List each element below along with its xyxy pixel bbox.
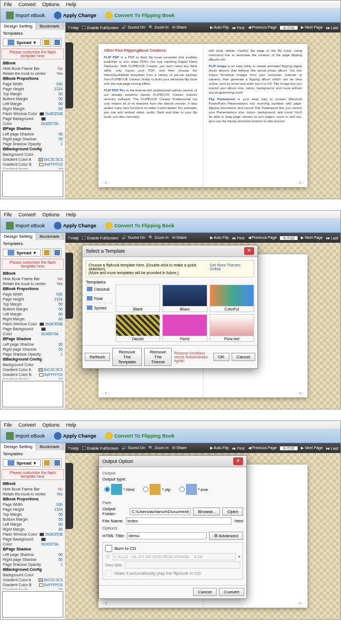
zoom-button[interactable]: 🔍 Zoom In bbox=[148, 25, 169, 30]
thumb-blank[interactable]: Blank bbox=[116, 285, 160, 312]
help-button[interactable]: ? Help bbox=[68, 26, 79, 30]
spread-template-button[interactable]: Spread▾ bbox=[3, 459, 41, 467]
html-title-input[interactable] bbox=[127, 532, 207, 539]
prop-row[interactable]: Page Height1324 bbox=[2, 297, 64, 302]
tab-design-setting[interactable]: Design Setting bbox=[1, 23, 36, 30]
prop-row[interactable]: Page Background Color0x30373A bbox=[2, 326, 64, 336]
prop-row[interactable]: Flash Window Color0x2E3538 bbox=[2, 321, 64, 326]
prop-group[interactable]: ⊟Page Shadow bbox=[2, 336, 64, 342]
file-name-input[interactable] bbox=[126, 517, 232, 525]
thumb-blues[interactable]: Blues bbox=[162, 285, 207, 312]
apply-change-button[interactable]: Apply Change bbox=[52, 221, 99, 231]
apply-change-button[interactable]: Apply Change bbox=[52, 431, 99, 441]
tab-design-setting[interactable]: Design Setting bbox=[1, 443, 36, 450]
prop-row[interactable]: Flash Window Color0x2E3538 bbox=[2, 532, 64, 537]
menu-convert[interactable]: Convert bbox=[19, 212, 36, 217]
first-page-button[interactable]: ⏮ First bbox=[232, 446, 245, 450]
spread-template-button[interactable]: Spread▾ bbox=[3, 249, 41, 256]
prev-page-button[interactable]: ◀ Previous Page bbox=[248, 236, 277, 240]
prop-row[interactable]: Background Color bbox=[2, 152, 64, 157]
prop-row[interactable]: Bottom Margin50 bbox=[2, 517, 64, 522]
prop-group[interactable]: ⊟Page Shadow bbox=[2, 547, 64, 552]
menu-options[interactable]: Options bbox=[42, 212, 59, 217]
next-page-button[interactable]: ▶ Next Page bbox=[301, 25, 323, 30]
prop-row[interactable]: Left page Shadow90 bbox=[2, 552, 64, 557]
burn-to-cd-checkbox[interactable]: Burn to CD bbox=[105, 545, 240, 552]
output-type-exe[interactable]: *.exe bbox=[179, 484, 208, 495]
prop-row[interactable]: Page Width936 bbox=[2, 502, 64, 507]
prop-row[interactable]: Retain the book to centerYes bbox=[2, 492, 64, 496]
prop-group[interactable]: ⊟Background Config bbox=[2, 357, 64, 362]
open-button[interactable]: Open bbox=[222, 507, 243, 516]
next-page-button[interactable]: ▶ Next Page bbox=[301, 236, 323, 240]
prop-group[interactable]: ⊟Background Config bbox=[2, 567, 64, 572]
sound-button[interactable]: 🔊 Sound On bbox=[122, 25, 145, 30]
prop-row[interactable]: Gradient Color A0xC3C3C3 bbox=[2, 367, 64, 372]
share-button[interactable]: ✉ Share bbox=[172, 446, 187, 450]
customize-hint[interactable]: Please customize the flash template here bbox=[2, 48, 64, 59]
prop-row[interactable]: Gradient Color B0xFFFFC6 bbox=[2, 372, 64, 377]
prop-row[interactable]: Right page Shadow55 bbox=[2, 557, 64, 562]
menu-help[interactable]: Help bbox=[66, 422, 76, 428]
import-ebook-button[interactable]: Import eBook bbox=[4, 10, 47, 20]
share-button[interactable]: ✉ Share bbox=[172, 236, 187, 240]
thumb-colorful[interactable]: ColorFul bbox=[210, 285, 254, 312]
first-page-button[interactable]: ⏮ First bbox=[232, 236, 245, 240]
share-button[interactable]: ✉ Share bbox=[172, 25, 187, 30]
prop-group[interactable]: ⊟Background Config bbox=[2, 146, 64, 152]
prop-row[interactable]: Hide Book Frame BarNo bbox=[2, 487, 64, 492]
fullscreen-button[interactable]: ⛶ Enable FullScreen bbox=[82, 26, 118, 30]
remove-theme-button[interactable]: Remove The Theme bbox=[144, 348, 172, 366]
prop-row[interactable]: Page Background Color0x30373A bbox=[2, 537, 64, 547]
prop-group[interactable]: ⊟Book bbox=[2, 481, 64, 487]
menu-convert[interactable]: Convert bbox=[19, 422, 36, 428]
import-ebook-button[interactable]: Import eBook bbox=[4, 431, 47, 441]
load-template-button[interactable] bbox=[53, 38, 62, 47]
menu-file[interactable]: File bbox=[4, 212, 12, 217]
output-type-html[interactable]: *.html bbox=[105, 484, 134, 495]
thumb-florid[interactable]: Florid bbox=[162, 314, 207, 342]
tab-bookmark[interactable]: Bookmark bbox=[36, 443, 63, 450]
prop-row[interactable]: Gradient Color B0xFFFFC6 bbox=[2, 162, 64, 167]
import-ebook-button[interactable]: Import eBook bbox=[4, 221, 47, 231]
help-button[interactable]: ? Help bbox=[68, 236, 79, 240]
prop-row[interactable]: Hide Book Frame BarNo bbox=[2, 276, 64, 281]
prop-row[interactable]: Retain the book to centerYes bbox=[2, 71, 64, 76]
menu-file[interactable]: File bbox=[4, 422, 12, 428]
prop-row[interactable]: Right page Shadow55 bbox=[2, 347, 64, 352]
save-template-button[interactable] bbox=[42, 248, 51, 257]
ok-button[interactable]: OK bbox=[213, 353, 230, 361]
side-tabs[interactable] bbox=[65, 253, 73, 319]
autoflip-button[interactable]: ▶ Auto Flip bbox=[210, 25, 229, 30]
cat-spread[interactable]: Spread bbox=[86, 303, 113, 313]
last-page-button[interactable]: ⏭ Last bbox=[326, 26, 338, 30]
save-template-button[interactable] bbox=[42, 38, 51, 47]
prop-row[interactable]: Right Margin60 bbox=[2, 106, 64, 111]
prop-row[interactable]: Gradient Color A0xC3C3C3 bbox=[2, 577, 64, 582]
tab-design-setting[interactable]: Design Setting bbox=[1, 233, 36, 240]
prop-row[interactable]: Left Margin60 bbox=[2, 101, 64, 106]
prop-group[interactable]: ⊟Book Proportions bbox=[2, 496, 64, 502]
prop-row[interactable]: Background Color bbox=[2, 572, 64, 577]
tab-bookmark[interactable]: Bookmark bbox=[36, 23, 63, 30]
last-page-button[interactable]: ⏭ Last bbox=[326, 446, 338, 450]
prop-row[interactable]: Page Shadow Opacity1 bbox=[2, 562, 64, 567]
customize-hint[interactable]: Please customize the flash template here bbox=[2, 259, 64, 270]
prev-page-button[interactable]: ◀ Previous Page bbox=[248, 25, 277, 30]
menu-file[interactable]: File bbox=[4, 2, 12, 7]
convert-output-button[interactable]: Convert bbox=[219, 588, 244, 596]
tab-bookmark[interactable]: Bookmark bbox=[36, 233, 63, 240]
page-input[interactable]: 6-7/10 bbox=[280, 26, 298, 30]
zoom-button[interactable]: 🔍 Zoom In bbox=[148, 446, 169, 450]
menu-options[interactable]: Options bbox=[42, 422, 59, 428]
cat-classical[interactable]: Classical bbox=[86, 285, 113, 294]
prop-row[interactable]: Gradient Color B0xFFFFC6 bbox=[2, 582, 64, 587]
convert-button[interactable]: Convert To Flipping Book bbox=[103, 221, 177, 231]
customize-hint[interactable]: Please customize the flash template here bbox=[2, 469, 64, 480]
prop-row[interactable]: Left Margin60 bbox=[2, 312, 64, 316]
prop-row[interactable]: Top Margin50 bbox=[2, 91, 64, 96]
prop-row[interactable]: Top Margin50 bbox=[2, 512, 64, 517]
menu-help[interactable]: Help bbox=[66, 2, 76, 7]
prop-row[interactable]: Left page Shadow90 bbox=[2, 342, 64, 347]
cancel-button[interactable]: Cancel bbox=[193, 588, 217, 596]
